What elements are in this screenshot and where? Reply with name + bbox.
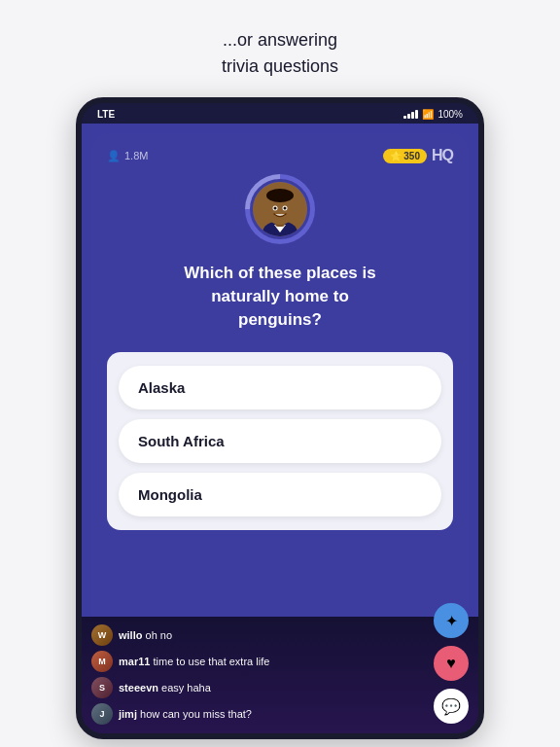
question-text: Which of these places isnaturally home t… [174, 262, 385, 331]
status-right-icons: 📶 100% [403, 109, 463, 120]
answer-south-africa[interactable]: South Africa [119, 419, 441, 463]
host-face-svg [253, 182, 307, 236]
chat-message-3: steeevn easy haha [119, 682, 211, 694]
wifi-icon: 📶 [422, 109, 434, 120]
device-frame: LTE 📶 100% 👤 1.8M ⭐ [76, 97, 484, 739]
chat-row-1: W willo oh no [91, 624, 469, 646]
player-count: 👤 1.8M [107, 150, 148, 162]
chat-avatar-steeevn: S [91, 677, 113, 698]
chat-row-3: S steeevn easy haha [91, 677, 469, 698]
heart-fab[interactable]: ♥ [434, 646, 469, 681]
chat-row-4: J jimj how can you miss that? [91, 703, 469, 725]
chat-avatar-willo: W [91, 624, 113, 646]
svg-point-7 [284, 207, 287, 210]
chat-fab-icon: 💬 [441, 697, 461, 716]
chat-fab[interactable]: 💬 [434, 689, 469, 724]
chat-messages: W willo oh no M mar11 time to use that e… [91, 624, 469, 728]
card-inner: 👤 1.8M ⭐ 350 HQ [91, 133, 469, 617]
chat-message-2: mar11 time to use that extra life [119, 656, 269, 667]
card-top-bar: 👤 1.8M ⭐ 350 HQ [107, 147, 453, 164]
hq-logo: HQ [432, 147, 453, 164]
star-fab[interactable]: ✦ [434, 603, 469, 638]
answers-container: Alaska South Africa Mongolia [107, 352, 453, 530]
chat-message-1: willo oh no [119, 629, 172, 641]
battery-indicator: 100% [438, 109, 463, 120]
coin-badge: ⭐ 350 [383, 149, 427, 163]
fab-column: ✦ ♥ 💬 [434, 603, 469, 724]
star-fab-icon: ✦ [445, 612, 458, 630]
quiz-card: 👤 1.8M ⭐ 350 HQ [82, 124, 478, 617]
hq-badge: ⭐ 350 HQ [383, 147, 453, 164]
chat-avatar-mar11: M [91, 651, 113, 672]
status-bar: LTE 📶 100% [82, 103, 478, 124]
heart-fab-icon: ♥ [446, 655, 456, 672]
player-icon: 👤 [107, 150, 121, 162]
chat-avatar-jimj: J [91, 703, 113, 725]
host-avatar-ring [245, 174, 315, 244]
svg-point-8 [266, 189, 294, 202]
svg-point-6 [274, 207, 277, 210]
header-text: ...or answering trivia questions [222, 27, 338, 80]
chat-row-2: M mar11 time to use that extra life [91, 651, 469, 672]
host-avatar [250, 179, 310, 239]
lte-indicator: LTE [97, 109, 115, 120]
answer-alaska[interactable]: Alaska [119, 366, 441, 409]
coin-star-icon: ⭐ [390, 151, 402, 161]
chat-area: W willo oh no M mar11 time to use that e… [82, 617, 478, 733]
chat-message-4: jimj how can you miss that? [119, 708, 252, 720]
signal-icon [403, 110, 418, 119]
answer-mongolia[interactable]: Mongolia [119, 473, 441, 516]
